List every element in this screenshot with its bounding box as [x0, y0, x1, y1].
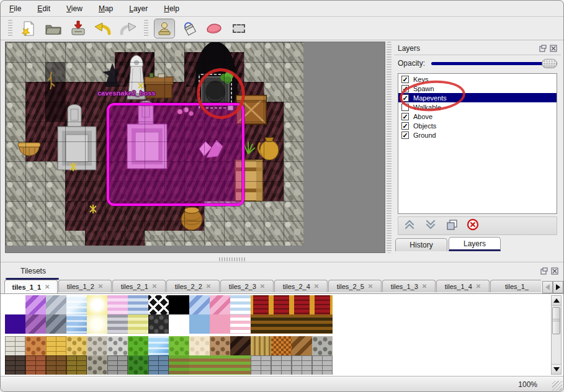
tile-brown-carpet-4[interactable] — [312, 314, 333, 334]
map-viewport[interactable]: cavesnake2_boss — [5, 42, 385, 253]
select-tool-button[interactable] — [228, 19, 249, 38]
layer-row-above[interactable]: ✓Above — [398, 112, 557, 121]
tile-herringbone-wood[interactable] — [292, 336, 312, 355]
menu-item-file[interactable]: File — [9, 4, 21, 13]
tile-stone-logs[interactable] — [312, 336, 333, 355]
stamp-tool-button[interactable] — [154, 19, 175, 38]
tile-black-lattice[interactable] — [148, 295, 169, 314]
tile-grass[interactable] — [128, 336, 148, 355]
tile-grass-rows-2[interactable] — [210, 355, 230, 375]
scroll-tabs-right-button[interactable] — [553, 281, 563, 293]
tile-grass-rows-1[interactable] — [189, 355, 210, 375]
float-panel-button[interactable] — [539, 44, 547, 52]
tileset-tab-tiles_1_1[interactable]: tiles_1_1✕ — [4, 280, 58, 293]
tile-red-brick[interactable] — [25, 355, 46, 375]
tile-gray-stripes[interactable] — [107, 314, 128, 334]
tileset-tab-tiles_2_4[interactable]: tiles_2_4✕ — [274, 280, 328, 292]
scroll-up-button[interactable] — [552, 296, 561, 306]
map-canvas[interactable]: cavesnake2_boss — [6, 42, 303, 246]
tile-blue-solid[interactable] — [189, 314, 210, 334]
opacity-slider-track[interactable] — [431, 62, 557, 65]
tileset-tab-tiles_2_2[interactable]: tiles_2_2✕ — [166, 280, 220, 292]
layer-checkbox-ground[interactable]: ✓ — [401, 131, 409, 139]
tile-wicker-weave[interactable] — [271, 336, 292, 355]
tile-brown-brick[interactable] — [46, 355, 66, 375]
move-layer-up-button[interactable] — [403, 219, 416, 233]
duplicate-layer-button[interactable] — [445, 219, 458, 233]
eraser-tool-button[interactable] — [204, 19, 225, 38]
menu-item-view[interactable]: View — [66, 4, 83, 13]
horizontal-splitter[interactable] — [1, 256, 563, 262]
tile-gray-plank-wall-4[interactable] — [312, 355, 333, 375]
tile-orange-cobble[interactable] — [25, 336, 46, 355]
tile-purple-sheen-dark[interactable] — [25, 314, 46, 334]
tile-dark-brick[interactable] — [5, 355, 25, 375]
tile-gray-stone-wall[interactable] — [87, 355, 107, 375]
layer-checkbox-objects[interactable]: ✓ — [401, 122, 409, 130]
layer-checkbox-keys[interactable]: ✓ — [401, 76, 409, 83]
tileset-tab-tiles_1_2[interactable]: tiles_1_2✕ — [58, 280, 112, 292]
tile-hedge[interactable] — [128, 355, 148, 375]
tile-pink-sheen[interactable] — [210, 295, 230, 314]
tile-gray-brick[interactable] — [107, 355, 128, 375]
tab-close-icon[interactable]: ✕ — [206, 283, 211, 290]
vertical-splitter[interactable] — [387, 42, 392, 253]
tileset-tab-tiles_2_3[interactable]: tiles_2_3✕ — [220, 280, 274, 292]
layer-checkbox-above[interactable]: ✓ — [401, 113, 409, 120]
tile-gray-plank-wall-2[interactable] — [271, 355, 292, 375]
tile-blue-stripes[interactable] — [128, 295, 148, 314]
menu-item-edit[interactable]: Edit — [37, 4, 50, 13]
menu-item-map[interactable]: Map — [99, 4, 113, 13]
tile-gray-plank-wall-3[interactable] — [292, 355, 312, 375]
save-button[interactable] — [68, 19, 89, 38]
tile-blue-brick[interactable] — [148, 355, 169, 375]
tile-brown-carpet-3[interactable] — [292, 314, 312, 334]
tile-wood-planks[interactable] — [251, 336, 271, 355]
tile-gray-plank-wall-1[interactable] — [251, 355, 271, 375]
tile-pink-stripes[interactable] — [107, 295, 128, 314]
menu-item-layer[interactable]: Layer — [129, 4, 148, 13]
tile-pink-ribbon[interactable] — [230, 314, 251, 334]
tile-pale-glow[interactable] — [87, 314, 107, 334]
splitter-grip[interactable] — [219, 257, 245, 261]
tab-close-icon[interactable]: ✕ — [476, 283, 481, 290]
tile-blue-sheen[interactable] — [189, 295, 210, 314]
tile-red-carpet-2[interactable] — [271, 295, 292, 314]
tile-gray-sheen-dark[interactable] — [46, 314, 66, 334]
tileset-scrollbar[interactable] — [551, 295, 562, 375]
tile-stone-pavement[interactable] — [5, 336, 25, 355]
opacity-slider-thumb[interactable] — [542, 59, 557, 68]
tile-dirt-pebbles[interactable] — [210, 336, 230, 355]
tile-red-carpet-3[interactable] — [292, 295, 312, 314]
tileset-tab-tiles_2_5[interactable]: tiles_2_5✕ — [328, 280, 382, 292]
layer-row-ground[interactable]: ✓Ground — [398, 130, 557, 140]
close-panel-button[interactable] — [549, 44, 557, 52]
tile-red-carpet-4[interactable] — [312, 295, 333, 314]
tab-close-icon[interactable]: ✕ — [314, 283, 319, 290]
tile-grass-2[interactable] — [169, 336, 189, 355]
tab-close-icon[interactable]: ✕ — [260, 283, 265, 290]
tab-history[interactable]: History — [395, 238, 447, 251]
fill-tool-button[interactable] — [179, 19, 200, 38]
scrollbar-thumb[interactable] — [552, 307, 560, 334]
redo-button[interactable] — [117, 19, 138, 38]
tile-yellow-glow[interactable] — [87, 295, 107, 314]
tile-brown-carpet-2[interactable] — [271, 314, 292, 334]
float-tilesets-button[interactable] — [540, 267, 548, 275]
undo-button[interactable] — [92, 19, 114, 38]
tab-close-icon[interactable]: ✕ — [422, 283, 427, 290]
tileset-tab-tiles_1_3[interactable]: tiles_1_3✕ — [382, 280, 436, 292]
tileset-tab-tiles_2_1[interactable]: tiles_2_1✕ — [112, 280, 166, 292]
tile-grass-rows-3[interactable] — [230, 355, 251, 375]
tile-pink-solid[interactable] — [210, 314, 230, 334]
tile-yellow-stripes[interactable] — [128, 314, 148, 334]
tile-gray-pebbles[interactable] — [87, 336, 107, 355]
tab-close-icon[interactable]: ✕ — [368, 283, 373, 290]
delete-layer-button[interactable] — [467, 218, 479, 233]
tile-light-water[interactable] — [66, 295, 87, 314]
tile-yellow-flagstone[interactable] — [66, 336, 87, 355]
toolbar-drag-handle[interactable] — [8, 20, 12, 37]
tile-dark-sign[interactable] — [148, 314, 169, 334]
tile-grass-dirt-rows[interactable] — [169, 355, 189, 375]
tab-layers[interactable]: Layers — [449, 237, 501, 251]
